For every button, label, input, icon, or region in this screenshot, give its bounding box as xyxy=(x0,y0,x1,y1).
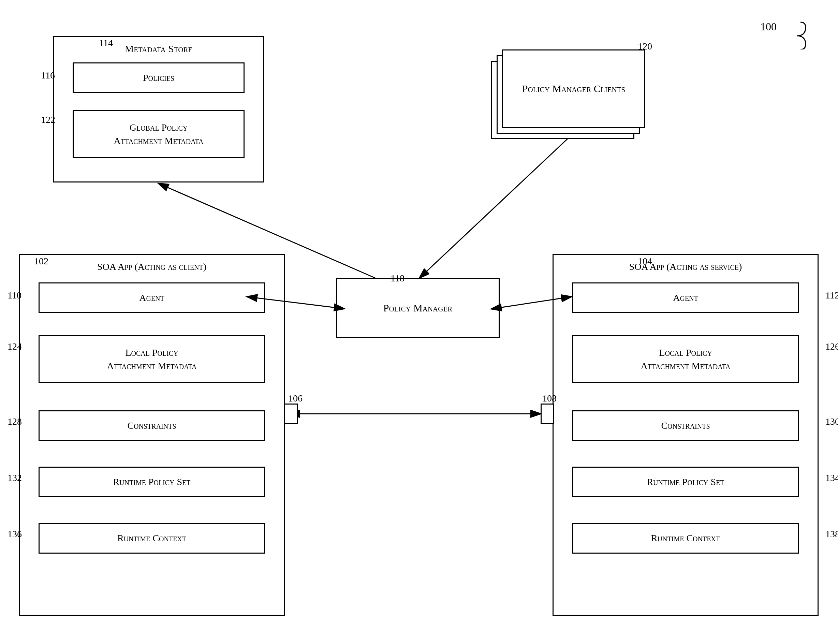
soa-client-runtime-policy-box: Runtime Policy Set xyxy=(39,467,265,497)
ref-116: 116 xyxy=(41,70,55,81)
soa-client-constraints-box: Constraints xyxy=(39,410,265,441)
soa-client-agent-label: Agent xyxy=(139,292,164,303)
ref-104: 104 xyxy=(638,256,652,267)
ref-134: 134 xyxy=(825,472,838,483)
policies-label: Policies xyxy=(143,72,174,83)
ref-122: 122 xyxy=(41,114,55,125)
fig-number-label: 100 xyxy=(760,20,777,33)
soa-service-local-policy-label: Local PolicyAttachment Metadata xyxy=(641,346,731,373)
ref-138: 138 xyxy=(825,529,838,540)
ref-110: 110 xyxy=(8,290,21,301)
ref-108: 108 xyxy=(542,393,557,404)
global-policy-box: Global PolicyAttachment Metadata xyxy=(73,110,245,158)
policy-manager-clients-label: Policy Manager Clients xyxy=(522,82,625,96)
ref-114: 114 xyxy=(99,38,113,48)
ref-102: 102 xyxy=(34,256,48,267)
policy-manager-label: Policy Manager xyxy=(383,302,453,314)
soa-client-title: SOA App (Acting as client) xyxy=(20,261,284,272)
soa-client-outer: SOA App (Acting as client) Agent Local P… xyxy=(19,254,285,616)
ref-130: 130 xyxy=(825,416,838,427)
soa-client-constraints-label: Constraints xyxy=(127,420,176,431)
ref-106: 106 xyxy=(288,393,302,404)
soa-service-runtime-policy-box: Runtime Policy Set xyxy=(572,467,799,497)
ref-132: 132 xyxy=(8,472,22,483)
ref-118: 118 xyxy=(391,273,404,284)
ref-112: 112 xyxy=(825,290,838,301)
soa-client-agent-box: Agent xyxy=(39,283,265,313)
ref-126: 126 xyxy=(825,341,838,352)
ref-124: 124 xyxy=(8,341,22,352)
soa-client-local-policy-box: Local PolicyAttachment Metadata xyxy=(39,335,265,383)
soa-service-runtime-context-box: Runtime Context xyxy=(572,523,799,554)
soa-service-local-policy-box: Local PolicyAttachment Metadata xyxy=(572,335,799,383)
policy-manager-box: Policy Manager xyxy=(336,278,500,338)
soa-client-local-policy-label: Local PolicyAttachment Metadata xyxy=(107,346,197,373)
ref-128: 128 xyxy=(8,416,22,427)
soa-service-runtime-context-label: Runtime Context xyxy=(651,533,720,544)
ref-136: 136 xyxy=(8,529,22,540)
global-policy-label: Global PolicyAttachment Metadata xyxy=(114,121,204,147)
connector-108 xyxy=(541,404,554,424)
policy-manager-clients-box: Policy Manager Clients xyxy=(502,49,645,128)
soa-client-runtime-context-label: Runtime Context xyxy=(117,533,186,544)
soa-service-constraints-label: Constraints xyxy=(661,420,710,431)
figure-ref-100: 100 xyxy=(777,19,811,51)
soa-service-constraints-box: Constraints xyxy=(572,410,799,441)
soa-service-outer: SOA App (Acting as service) Agent Local … xyxy=(552,254,818,616)
soa-service-agent-box: Agent xyxy=(572,283,799,313)
soa-service-agent-label: Agent xyxy=(673,292,698,303)
soa-client-runtime-policy-label: Runtime Policy Set xyxy=(113,476,190,488)
policies-box: Policies xyxy=(73,62,245,93)
diagram: 100 Metadata Store Policies Global Polic… xyxy=(0,0,838,644)
arrow-pmc-to-pm xyxy=(419,133,573,278)
soa-service-title: SOA App (Acting as service) xyxy=(554,261,818,272)
soa-client-runtime-context-box: Runtime Context xyxy=(39,523,265,554)
connector-106 xyxy=(284,404,298,424)
metadata-store-outer: Metadata Store Policies Global PolicyAtt… xyxy=(53,36,265,182)
metadata-store-title: Metadata Store xyxy=(54,43,263,54)
soa-service-runtime-policy-label: Runtime Policy Set xyxy=(647,476,724,488)
